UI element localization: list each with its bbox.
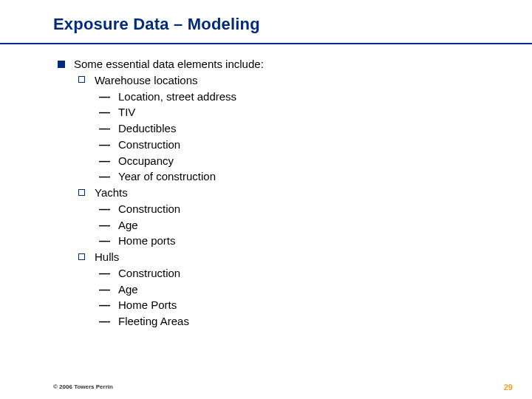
- item-text: Age: [118, 283, 138, 296]
- dash-icon: —: [99, 89, 110, 105]
- dash-icon: —: [99, 137, 110, 153]
- item-text: Location, street address: [118, 90, 236, 103]
- list-item: —Year of construction: [99, 168, 264, 185]
- list-item: —Deductibles: [99, 120, 264, 137]
- list-item: —Location, street address: [99, 89, 264, 105]
- item-text: Construction: [118, 267, 180, 279]
- item-text: TIV: [118, 106, 135, 118]
- dash-icon: —: [99, 313, 110, 330]
- page-title: Exposure Data – Modeling: [53, 15, 260, 34]
- item-text: Home Ports: [118, 299, 177, 311]
- list-item: Hulls —Construction —Age —Home Ports —Fl…: [78, 249, 264, 330]
- item-text: Occupancy: [118, 154, 174, 167]
- list-item: —Construction: [99, 137, 264, 153]
- group-label: Hulls: [95, 250, 119, 263]
- list-item: —TIV: [99, 104, 264, 120]
- hollow-square-icon: [78, 76, 85, 83]
- page-number: 29: [504, 383, 513, 392]
- copyright-text: © 2006 Towers Perrin: [53, 383, 113, 390]
- list-item: —Fleeting Areas: [99, 313, 264, 330]
- item-text: Home ports: [118, 234, 176, 247]
- item-text: Construction: [118, 202, 180, 215]
- item-text: Age: [118, 219, 138, 231]
- dash-icon: —: [99, 104, 110, 120]
- dash-icon: —: [99, 233, 110, 249]
- content-area: Some essential data elements include: Wa…: [58, 56, 264, 330]
- list-item: —Home ports: [99, 233, 264, 249]
- intro-text: Some essential data elements include:: [74, 58, 264, 70]
- dash-icon: —: [99, 217, 110, 233]
- item-text: Year of construction: [118, 170, 216, 183]
- list-item: —Age: [99, 217, 264, 233]
- list-item: —Construction: [99, 201, 264, 217]
- hollow-square-icon: [78, 189, 85, 196]
- list-item: Warehouse locations —Location, street ad…: [78, 72, 264, 185]
- dash-icon: —: [99, 120, 110, 137]
- square-bullet-icon: [58, 61, 65, 68]
- list-item: —Home Ports: [99, 297, 264, 313]
- dash-icon: —: [99, 297, 110, 313]
- group-label: Yachts: [95, 186, 128, 199]
- dash-icon: —: [99, 265, 110, 282]
- list-item: —Occupancy: [99, 153, 264, 169]
- item-text: Deductibles: [118, 122, 176, 134]
- slide: Exposure Data – Modeling Some essential …: [0, 0, 532, 399]
- dash-icon: —: [99, 168, 110, 185]
- dash-icon: —: [99, 201, 110, 217]
- item-text: Construction: [118, 138, 180, 151]
- group-label: Warehouse locations: [95, 74, 198, 86]
- list-item: —Age: [99, 282, 264, 298]
- hollow-square-icon: [78, 253, 85, 260]
- list-item: Yachts —Construction —Age —Home ports: [78, 185, 264, 249]
- list-item: —Construction: [99, 265, 264, 282]
- list-item: Some essential data elements include: Wa…: [58, 56, 264, 330]
- title-rule: [0, 43, 532, 44]
- dash-icon: —: [99, 153, 110, 169]
- item-text: Fleeting Areas: [118, 315, 189, 327]
- dash-icon: —: [99, 282, 110, 298]
